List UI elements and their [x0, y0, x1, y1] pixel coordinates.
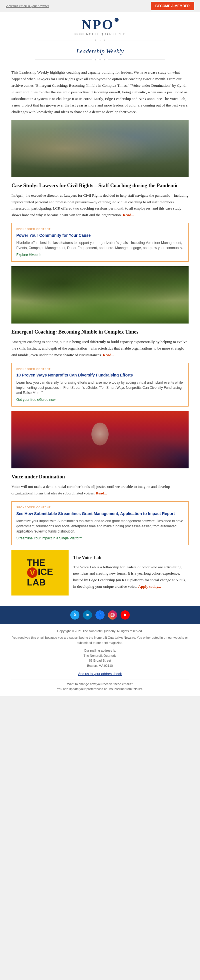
- sponsored-box-1: SPONSORED CONTENT Power Your Community f…: [11, 223, 189, 262]
- voice-lab-the: THE: [27, 558, 53, 567]
- newsletter-title: Leadership Weekly: [11, 46, 189, 56]
- voice-lab-ice: ICE: [38, 566, 53, 577]
- star-decoration: ✦: [94, 38, 96, 42]
- sponsored2-title[interactable]: 10 Proven Ways Nonprofits Can Diversify …: [16, 372, 184, 378]
- voice-lab-v-circle: V: [27, 568, 38, 578]
- instagram-icon[interactable]: [108, 610, 117, 620]
- header-divider2: ✦ ✦ ✦: [11, 56, 189, 64]
- voice-lab-logo: THE VICE LAB: [11, 550, 69, 595]
- article3-body: Voice will not make a dent in racial (or…: [11, 484, 189, 497]
- sponsored3-link[interactable]: Streamline Your Impact in a Single Platf…: [16, 536, 184, 541]
- voice-lab-description: The Voice Lab The Voice Lab is a fellows…: [73, 550, 189, 593]
- sponsored-box-3: SPONSORED CONTENT See How Submittable St…: [11, 501, 189, 545]
- voice-lab-lab: LAB: [27, 578, 53, 587]
- address-line2: Boston, MA 02110: [11, 663, 189, 668]
- plant-image: [11, 266, 189, 323]
- mailing-label: Our mailing address is:: [11, 648, 189, 653]
- youtube-icon[interactable]: ▶: [121, 610, 130, 620]
- main-content: This Leadership Weekly highlights coachi…: [0, 67, 200, 606]
- subscribed-text: You received this email because you are …: [11, 635, 189, 645]
- svg-point-1: [112, 614, 113, 616]
- article2-read-more[interactable]: Read...: [103, 353, 114, 357]
- sponsored1-title[interactable]: Power Your Community for Your Cause: [16, 232, 184, 239]
- star-dec6: ✦: [104, 57, 106, 62]
- become-member-button[interactable]: Become a member: [151, 2, 194, 10]
- article2-body: Emergent coaching is not new, but it is …: [11, 339, 189, 358]
- voice-lab-apply-link[interactable]: Apply today...: [138, 584, 161, 589]
- npq-logo: NPO®: [11, 18, 189, 32]
- article2-title: Emergent Coaching: Becoming Nimble in Co…: [11, 328, 189, 336]
- article1-read-more[interactable]: Read...: [123, 213, 134, 217]
- change-text: Want to change how you receive these ema…: [11, 682, 189, 687]
- article1-body: In April, the executive director at Lawy…: [11, 192, 189, 219]
- article1-title: Case Study: Lawyers for Civil Rights—Sta…: [11, 182, 189, 189]
- article3-read-more[interactable]: Read...: [96, 491, 107, 495]
- header-divider: ✦ ✦ ✦: [11, 37, 189, 44]
- sponsored-label-1: SPONSORED CONTENT: [16, 228, 184, 231]
- voice-lab-voice: VICE: [27, 567, 53, 578]
- sponsored2-link[interactable]: Get your free eGuide now: [16, 397, 184, 402]
- registered-mark: ®: [115, 18, 118, 22]
- sponsored3-body: Maximize your impact with Submittable's …: [16, 519, 184, 534]
- view-in-browser-link[interactable]: View this email in your browser: [6, 4, 49, 9]
- voice-lab-section: THE VICE LAB The Voice Lab The Voice Lab…: [11, 550, 189, 595]
- article3-title: Voice under Domination: [11, 473, 189, 481]
- company-name: The Nonprofit Quarterly: [11, 653, 189, 659]
- footer-address: Our mailing address is: The Nonprofit Qu…: [11, 648, 189, 668]
- star-decoration3: ✦: [104, 38, 106, 42]
- sponsored2-body: Learn how you can diversify fundraising …: [16, 380, 184, 395]
- intro-paragraph: This Leadership Weekly highlights coachi…: [11, 69, 189, 115]
- linkedin-icon[interactable]: in: [83, 610, 92, 620]
- star-decoration2: ✦: [99, 38, 101, 42]
- voice-lab-logo-text: THE VICE LAB: [27, 558, 53, 587]
- voice-lab-title: The Voice Lab: [73, 554, 189, 561]
- star-dec5: ✦: [99, 57, 101, 62]
- hero-image: [11, 120, 189, 177]
- sponsored-label-2: SPONSORED CONTENT: [16, 368, 184, 371]
- top-bar: View this email in your browser Become a…: [0, 0, 200, 12]
- svg-rect-0: [111, 613, 114, 617]
- twitter-icon[interactable]: 𝕏: [70, 610, 79, 620]
- sponsored-box-2: SPONSORED CONTENT 10 Proven Ways Nonprof…: [11, 363, 189, 407]
- sponsored3-title[interactable]: See How Submittable Streamlines Grant Ma…: [16, 511, 184, 517]
- footer-divider: [11, 679, 189, 679]
- sponsored1-body: Hivebrite offers best-in-class features …: [16, 240, 184, 250]
- facebook-icon[interactable]: f: [95, 610, 105, 620]
- nonprofit-quarterly-label: NONPROFIT QUARTERLY: [11, 32, 189, 37]
- social-footer: 𝕏 in f ▶: [0, 606, 200, 624]
- address-line1: 88 Broad Street: [11, 658, 189, 663]
- sponsored-label-3: SPONSORED CONTENT: [16, 506, 184, 510]
- voice-lab-body: The Voice Lab is a fellowship for leader…: [73, 564, 189, 590]
- star-dec4: ✦: [94, 57, 96, 62]
- mic-image: [11, 411, 189, 468]
- sponsored1-link[interactable]: Explore Hivebrite: [16, 252, 184, 258]
- hero-image-inner: [11, 120, 189, 177]
- update-text: You can update your preferences or unsub…: [11, 687, 189, 692]
- footer-text: Copyright © 2021 The Nonprofit Quarterly…: [0, 624, 200, 697]
- header: NPO® NONPROFIT QUARTERLY ✦ ✦ ✦ Leadershi…: [0, 12, 200, 67]
- add-address-link[interactable]: Add us to your address book: [78, 672, 122, 676]
- email-wrapper: View this email in your browser Become a…: [0, 0, 200, 696]
- copyright-text: Copyright © 2021 The Nonprofit Quarterly…: [11, 629, 189, 634]
- svg-point-2: [113, 614, 114, 614]
